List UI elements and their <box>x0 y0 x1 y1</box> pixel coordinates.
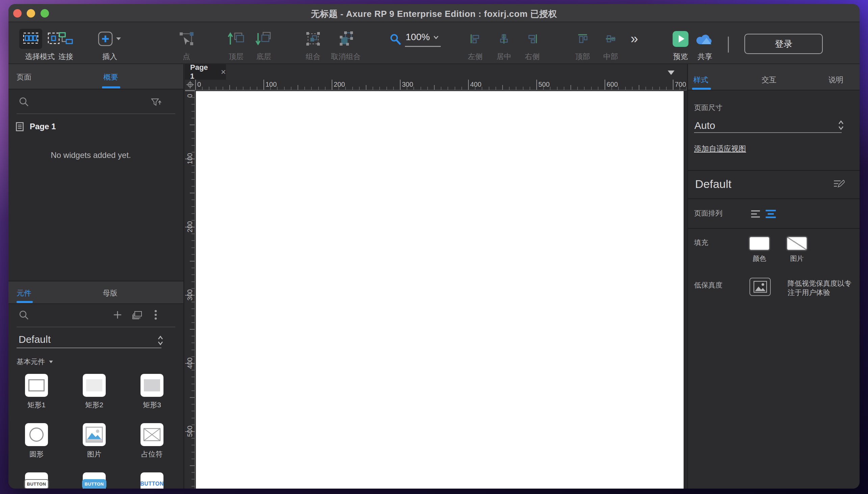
connect-label: 连接 <box>58 52 74 62</box>
v-ruler-label: 300 <box>185 290 195 300</box>
widget-tile[interactable]: BUTTON <box>25 472 48 489</box>
align-middle-label: 中部 <box>603 52 618 62</box>
page-tab-close-icon[interactable]: × <box>221 68 226 76</box>
point-mode-button[interactable]: 点 <box>179 28 194 62</box>
tab-style[interactable]: 样式 <box>693 75 708 85</box>
tab-outline[interactable]: 概要 <box>103 72 118 82</box>
h-ruler-label: 100 <box>266 81 277 89</box>
send-to-back-button[interactable]: 底层 <box>255 28 272 62</box>
tab-widgets-underline <box>17 301 33 303</box>
align-right-icon <box>527 34 537 44</box>
share-button[interactable]: 共享 <box>695 28 714 62</box>
align-left-button[interactable]: 左侧 <box>468 28 483 62</box>
page-tree-item[interactable]: Page 1 <box>16 122 56 131</box>
toolbar-overflow-button[interactable]: » <box>631 31 638 46</box>
group-label: 组合 <box>305 52 321 62</box>
style-name-heading: Default <box>695 177 731 191</box>
kebab-menu-icon[interactable] <box>155 310 157 321</box>
marquee-multi-icon <box>23 31 39 46</box>
insert-plus-icon <box>98 31 113 46</box>
widget-section-label: 基本元件 <box>17 357 45 366</box>
v-ruler-label: 100 <box>185 154 195 164</box>
lowfi-description: 降低视觉保真度以专注于用户体验 <box>788 279 857 297</box>
widget-tile-label: 占位符 <box>125 450 179 459</box>
tab-pages[interactable]: 页面 <box>17 72 31 82</box>
page-size-label: 页面尺寸 <box>694 103 722 112</box>
add-library-icon[interactable] <box>113 310 122 319</box>
tab-list-caret-icon[interactable] <box>668 71 674 75</box>
ungroup-button[interactable]: 取消组合 <box>331 28 361 62</box>
align-middle-button[interactable]: 中部 <box>603 28 618 62</box>
empty-outline-message: No widgets added yet. <box>8 151 173 160</box>
preview-button[interactable]: 预览 <box>673 28 689 62</box>
inspector-panel: 样式 交互 说明 页面尺寸 Auto 添加自适应视图 Default 页面排列 <box>687 64 860 489</box>
v-ruler: 0100200300400500 <box>185 91 195 489</box>
v-ruler-label: 200 <box>185 222 195 232</box>
primary-button-glyph: BUTTON <box>82 479 107 489</box>
align-right-label: 右侧 <box>525 52 540 62</box>
link-button-glyph: BUTTON <box>140 481 163 487</box>
library-select[interactable]: Default <box>19 334 51 345</box>
align-top-button[interactable]: 顶部 <box>575 28 590 62</box>
ungroup-label: 取消组合 <box>331 52 361 62</box>
edit-style-icon[interactable] <box>833 179 845 189</box>
tab-interactions[interactable]: 交互 <box>762 75 776 85</box>
widget-tile[interactable]: BUTTON <box>141 472 163 489</box>
widget-tile-label: 矩形2 <box>67 400 121 410</box>
connect-button[interactable]: 连接 <box>58 28 74 62</box>
widget-section-header[interactable]: 基本元件 <box>17 357 54 366</box>
h-ruler-label: 300 <box>402 81 413 89</box>
select-mode-label: 选择模式 <box>19 52 60 62</box>
widget-tile[interactable] <box>141 374 163 397</box>
crosshair-icon <box>186 81 194 89</box>
copy-stack-icon[interactable] <box>132 310 143 320</box>
widget-tile[interactable] <box>83 374 106 397</box>
ruler-origin[interactable] <box>185 80 195 91</box>
page-item-label: Page 1 <box>30 122 56 131</box>
tab-notes[interactable]: 说明 <box>829 75 843 85</box>
align-center-button[interactable]: 居中 <box>496 28 511 62</box>
point-label: 点 <box>179 52 194 62</box>
group-button[interactable]: 组合 <box>305 28 321 62</box>
login-button[interactable]: 登录 <box>744 34 823 54</box>
left-sidebar: 页面 概要 Page 1 <box>8 64 184 489</box>
lowfi-toggle-button[interactable] <box>749 278 771 296</box>
search-icon[interactable] <box>19 96 29 107</box>
tab-masters[interactable]: 母版 <box>103 288 117 298</box>
point-icon <box>179 31 194 46</box>
widget-search-icon[interactable] <box>19 310 29 320</box>
add-adaptive-views-link[interactable]: 添加自适应视图 <box>694 144 746 154</box>
widget-tile[interactable] <box>141 423 163 446</box>
tab-widgets[interactable]: 元件 <box>17 288 31 298</box>
fill-color-swatch[interactable] <box>749 236 770 250</box>
page-size-select[interactable]: Auto <box>694 120 715 131</box>
align-right-button[interactable]: 右侧 <box>525 28 540 62</box>
share-label: 共享 <box>695 52 714 62</box>
h-ruler-label: 600 <box>607 81 618 89</box>
tab-style-underline <box>692 88 711 90</box>
widget-tile[interactable] <box>25 374 48 397</box>
align-left-icon <box>470 34 480 44</box>
filter-icon[interactable] <box>151 97 161 108</box>
search-divider <box>17 113 175 114</box>
page-align-left-icon[interactable] <box>751 210 761 218</box>
toolbar-separator <box>728 36 729 53</box>
widget-tile[interactable] <box>83 423 106 446</box>
rectangle3-glyph <box>144 379 160 392</box>
zoom-control[interactable]: 100% <box>390 32 441 47</box>
app-window: 无标题 - Axure RP 9 Enterprise Edition : fo… <box>8 4 860 489</box>
widget-tile[interactable]: BUTTON <box>83 472 106 489</box>
select-mode-intersect-button[interactable] <box>19 29 42 49</box>
widget-tile[interactable] <box>25 423 48 446</box>
insert-button[interactable]: 插入 <box>98 28 122 62</box>
page-align-label: 页面排列 <box>694 209 722 218</box>
canvas-page[interactable] <box>196 91 684 489</box>
page-align-center-icon[interactable] <box>765 209 776 218</box>
inspector-header: 样式 交互 说明 <box>688 64 860 91</box>
zoom-value: 100% <box>405 32 430 42</box>
page-doc-icon <box>16 122 24 131</box>
share-cloud-icon <box>695 32 714 45</box>
fill-image-swatch[interactable] <box>786 236 807 250</box>
page-tab[interactable]: Page 1 × <box>185 64 226 80</box>
bring-to-front-button[interactable]: 顶层 <box>228 28 245 62</box>
